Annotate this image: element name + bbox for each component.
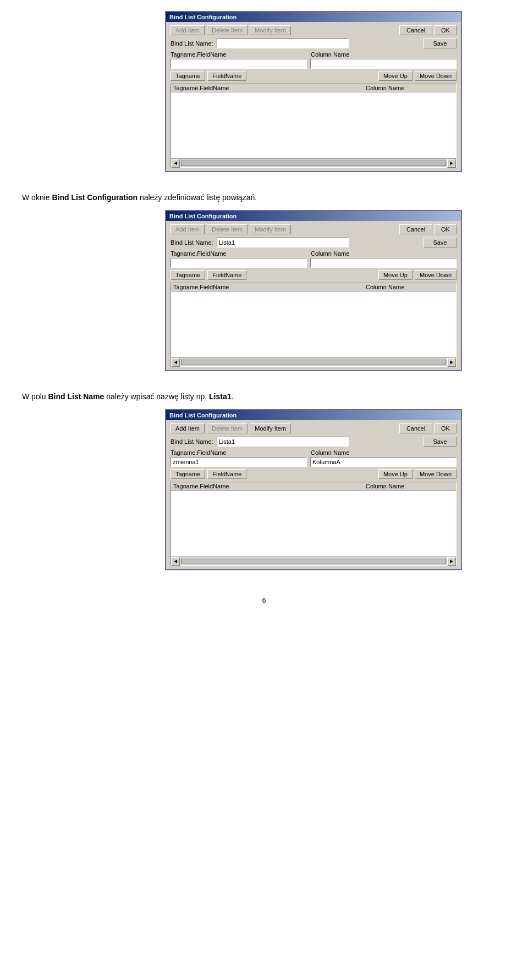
cancel-button-1[interactable]: Cancel [399, 25, 432, 35]
save-button-1[interactable]: Save [424, 38, 457, 48]
move-up-button-2[interactable]: Move Up [378, 270, 413, 280]
move-down-button-3[interactable]: Move Down [415, 469, 457, 479]
delete-item-button-3[interactable]: Delete Item [207, 423, 248, 433]
bind-list-input-1[interactable] [217, 38, 349, 48]
para1-bold: Bind List Configuration [52, 193, 138, 202]
scroll-left-arrow-2[interactable]: ◀ [171, 358, 180, 367]
scroll-track-3[interactable] [181, 559, 446, 564]
toolbar-row-2: Add Item Delete Item Modify Item Cancel … [170, 224, 457, 234]
delete-item-button-1[interactable]: Delete Item [207, 25, 248, 35]
tagname-input-3[interactable] [170, 457, 307, 467]
list-scrollbar-2: ◀ ▶ [171, 357, 456, 366]
para2-bold: Bind List Name [48, 392, 104, 401]
fieldname-button-2[interactable]: FieldName [207, 270, 246, 280]
col-inputs-3 [170, 457, 457, 467]
col-labels-1: Tagname.FieldName Column Name [170, 51, 457, 58]
move-up-button-3[interactable]: Move Up [378, 469, 413, 479]
tagname-button-3[interactable]: Tagname [170, 469, 205, 479]
dialog-title-1: Bind List Configuration [169, 14, 237, 20]
modify-item-button-2[interactable]: Modify Item [250, 224, 291, 234]
dialog-titlebar-2: Bind List Configuration [166, 211, 461, 221]
list-header-col2-1: Column Name [366, 85, 404, 91]
delete-item-button-2[interactable]: Delete Item [207, 224, 248, 234]
bind-list-name-row-2: Bind List Name: Save [170, 238, 457, 247]
page-number: 6 [22, 597, 506, 604]
modify-item-button-3[interactable]: Modify Item [250, 423, 291, 433]
para2-bold2: Lista1 [209, 392, 231, 401]
list-header-col1-3: Tagname.FieldName [173, 483, 366, 489]
colname-input-1[interactable] [310, 59, 457, 69]
column-name-label-3: Column Name [311, 449, 457, 456]
para2-before: W polu [22, 392, 48, 401]
move-down-button-2[interactable]: Move Down [415, 270, 457, 280]
colname-input-2[interactable] [310, 258, 457, 268]
bind-list-label-1: Bind List Name: [170, 40, 213, 47]
list-scrollbar-1: ◀ ▶ [171, 158, 456, 167]
tagname-input-1[interactable] [170, 59, 307, 69]
colname-input-3[interactable] [310, 457, 457, 467]
tagname-fieldname-label-2: Tagname.FieldName [170, 250, 311, 257]
dialog-titlebar-1: Bind List Configuration [166, 12, 461, 22]
move-up-button-1[interactable]: Move Up [378, 71, 413, 81]
btn-row-1: Tagname FieldName Move Up Move Down [170, 71, 457, 81]
add-item-button-2[interactable]: Add Item [170, 224, 205, 234]
col-labels-3: Tagname.FieldName Column Name [170, 449, 457, 456]
save-button-3[interactable]: Save [424, 437, 457, 447]
bind-list-label-3: Bind List Name: [170, 438, 213, 445]
scroll-track-1[interactable] [181, 161, 446, 166]
bind-list-name-row-1: Bind List Name: Save [170, 38, 457, 48]
list-body-2 [171, 291, 456, 357]
column-name-label-1: Column Name [311, 51, 457, 58]
add-item-button-1[interactable]: Add Item [170, 25, 205, 35]
list-area-3: Tagname.FieldName Column Name ◀ ▶ [170, 482, 457, 566]
tagname-button-2[interactable]: Tagname [170, 270, 205, 280]
list-body-3 [171, 491, 456, 557]
move-down-button-1[interactable]: Move Down [415, 71, 457, 81]
fieldname-button-3[interactable]: FieldName [207, 469, 246, 479]
dialog-titlebar-3: Bind List Configuration [166, 410, 461, 420]
col-inputs-2 [170, 258, 457, 268]
bind-list-input-3[interactable] [217, 437, 349, 447]
dialog-window-1: Bind List Configuration Add Item Delete … [165, 11, 462, 172]
dialog-title-3: Bind List Configuration [169, 412, 237, 419]
fieldname-button-1[interactable]: FieldName [207, 71, 246, 81]
list-header-1: Tagname.FieldName Column Name [171, 84, 456, 92]
scroll-right-arrow-3[interactable]: ▶ [447, 557, 456, 566]
para2-after: należy wpisać nazwę listy np. [104, 392, 209, 401]
bind-list-label-2: Bind List Name: [170, 239, 213, 246]
scroll-right-arrow-1[interactable]: ▶ [447, 159, 456, 168]
list-area-2: Tagname.FieldName Column Name ◀ ▶ [170, 283, 457, 367]
btn-row-2: Tagname FieldName Move Up Move Down [170, 270, 457, 280]
tagname-button-1[interactable]: Tagname [170, 71, 205, 81]
ok-button-3[interactable]: OK [435, 423, 457, 433]
tagname-fieldname-label-1: Tagname.FieldName [170, 51, 311, 58]
scroll-track-2[interactable] [181, 360, 446, 365]
scroll-left-arrow-1[interactable]: ◀ [171, 159, 180, 168]
list-body-1 [171, 92, 456, 158]
toolbar-row-1: Add Item Delete Item Modify Item Cancel … [170, 25, 457, 35]
tagname-input-2[interactable] [170, 258, 307, 268]
list-header-col2-3: Column Name [366, 483, 404, 489]
cancel-button-2[interactable]: Cancel [399, 224, 432, 234]
btn-row-3: Tagname FieldName Move Up Move Down [170, 469, 457, 479]
tagname-fieldname-label-3: Tagname.FieldName [170, 449, 311, 456]
cancel-button-3[interactable]: Cancel [399, 423, 432, 433]
bind-list-input-2[interactable] [217, 238, 349, 247]
modify-item-button-1[interactable]: Modify Item [250, 25, 291, 35]
list-header-3: Tagname.FieldName Column Name [171, 482, 456, 491]
ok-button-1[interactable]: OK [435, 25, 457, 35]
paragraph-1: W oknie Bind List Configuration należy z… [22, 192, 257, 203]
dialog-window-2: Bind List Configuration Add Item Delete … [165, 210, 462, 371]
para1-before: W oknie [22, 193, 52, 202]
scroll-right-arrow-2[interactable]: ▶ [447, 358, 456, 367]
para2-end: . [231, 392, 233, 401]
toolbar-row-3: Add Item Delete Item Modify Item Cancel … [170, 423, 457, 433]
save-button-2[interactable]: Save [424, 238, 457, 247]
ok-button-2[interactable]: OK [435, 224, 457, 234]
list-header-2: Tagname.FieldName Column Name [171, 283, 456, 291]
bind-list-name-row-3: Bind List Name: Save [170, 437, 457, 447]
add-item-button-3[interactable]: Add Item [170, 423, 205, 433]
scroll-left-arrow-3[interactable]: ◀ [171, 557, 180, 566]
dialog-window-3: Bind List Configuration Add Item Delete … [165, 409, 462, 570]
col-inputs-1 [170, 59, 457, 69]
